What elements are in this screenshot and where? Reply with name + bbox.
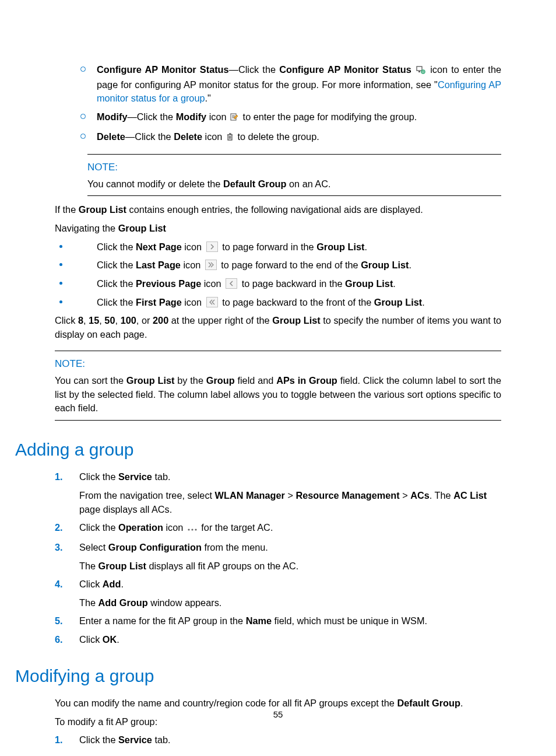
bold-text: Configure AP Monitor Status <box>97 64 229 75</box>
step-line: Click Add. <box>79 578 501 592</box>
list-item: Configure AP Monitor Status—Click the Co… <box>55 63 501 106</box>
text: field and <box>235 375 277 386</box>
bold-text: Next Page <box>136 242 182 252</box>
bold-text: Service <box>118 471 152 482</box>
list-item: 1.Click the Service tab. <box>55 733 501 747</box>
circular-list: Configure AP Monitor Status—Click the Co… <box>55 63 501 145</box>
step-line: The Add Group window appears. <box>79 596 501 610</box>
list-item: Click the Next Page icon to page forward… <box>55 240 501 254</box>
list-marker: 4. <box>55 578 63 592</box>
note-text: You cannot modify or delete the Default … <box>87 177 501 191</box>
list-marker: 1. <box>55 733 63 747</box>
text: contains enough entries, the following n… <box>126 204 423 215</box>
page-number: 55 <box>0 708 556 721</box>
dotted-list: Click the Next Page icon to page forward… <box>55 240 501 310</box>
list-item: 4.Click Add.The Add Group window appears… <box>55 578 501 610</box>
operation-icon <box>187 522 198 536</box>
note-label: NOTE: <box>87 160 501 175</box>
bold-text: APs in Group <box>276 375 337 386</box>
bold-text: Group Configuration <box>108 542 202 552</box>
bold-text: Add <box>103 579 121 589</box>
paragraph: If the Group List contains enough entrie… <box>55 203 501 217</box>
list-item: 6.Click OK. <box>55 633 501 647</box>
step-line: Click the Operation icon for the target … <box>79 521 501 536</box>
bold-text: Group List <box>272 315 320 326</box>
heading-modifying-group: Modifying a group <box>15 663 501 689</box>
bold-text: 100 <box>121 315 136 326</box>
text: If the <box>55 204 79 215</box>
bold-text: AC List <box>453 490 487 501</box>
bold-text: Group List <box>98 561 146 571</box>
svg-point-6 <box>195 529 196 531</box>
bold-text: 15 <box>89 315 99 326</box>
bold-text: ACs <box>410 490 430 501</box>
list-item: 5.Enter a name for the fit AP group in t… <box>55 614 501 628</box>
bold-text: Group List <box>126 375 175 386</box>
bold-text: Group List <box>374 297 422 307</box>
list-item: Click the First Page icon to page backwa… <box>55 296 501 310</box>
bold-text: Group List <box>79 204 126 215</box>
last-page-icon <box>205 260 217 270</box>
svg-point-5 <box>191 529 193 531</box>
bold-text: Group List <box>345 278 393 289</box>
bold-text: Last Page <box>136 260 181 270</box>
step-line: From the navigation tree, select WLAN Ma… <box>79 489 501 516</box>
svg-rect-1 <box>418 71 420 72</box>
paragraph: Navigating the Group List <box>55 222 501 236</box>
bold-text: OK <box>103 634 117 645</box>
svg-rect-0 <box>417 66 422 71</box>
bold-text: WLAN Manager <box>215 490 285 501</box>
list-item: Modify—Click the Modify icon to enter th… <box>55 110 501 125</box>
step-line: The Group List displays all fit AP group… <box>79 559 501 573</box>
bold-text: Service <box>118 734 152 745</box>
monitor-icon <box>416 64 425 78</box>
note-text: You can sort the Group List by the Group… <box>55 374 501 415</box>
step-line: Click OK. <box>79 633 501 647</box>
list-item: Click the Previous Page icon to page bac… <box>55 277 501 291</box>
list-item: Delete—Click the Delete icon to delete t… <box>55 130 501 145</box>
text: Navigating the <box>55 223 118 233</box>
bold-text: Group List <box>316 242 364 252</box>
edit-icon <box>230 111 239 125</box>
text: You can modify the name and country/regi… <box>55 698 397 708</box>
trash-icon <box>226 131 234 145</box>
step-line: Enter a name for the fit AP group in the… <box>79 614 501 628</box>
prev-page-icon <box>226 278 237 289</box>
text: , <box>115 315 120 326</box>
heading-adding-group: Adding a group <box>15 437 501 463</box>
bold-text: Group <box>206 375 235 386</box>
bold-text: Add Group <box>98 597 148 608</box>
bold-text: Configure AP Monitor Status <box>279 64 411 75</box>
bold-text: Default Group <box>223 178 287 189</box>
bold-text: Name <box>246 615 272 626</box>
bold-text: 8 <box>78 315 83 326</box>
numbered-list: 1.Click the Service tab.From the navigat… <box>55 470 501 646</box>
bold-text: Delete <box>174 131 202 142</box>
next-page-icon <box>206 242 218 252</box>
note-box: NOTE: You cannot modify or delete the De… <box>87 154 501 196</box>
link[interactable]: Configuring AP monitor status for a grou… <box>97 79 501 104</box>
svg-point-4 <box>188 529 189 531</box>
list-marker: 5. <box>55 614 63 628</box>
bold-text: 50 <box>104 315 115 326</box>
text: You can sort the <box>55 375 126 386</box>
bold-text: Modify <box>176 111 206 122</box>
bold-text: Group List <box>361 260 409 270</box>
note-label: NOTE: <box>55 357 501 372</box>
bold-text: First Page <box>136 297 182 307</box>
bold-text: Modify <box>97 111 127 122</box>
step-line: Select Group Configuration from the menu… <box>79 541 501 555</box>
bold-text: Default Group <box>397 698 460 708</box>
step-line: Click the Service tab. <box>79 733 501 747</box>
list-item: Click the Last Page icon to page forward… <box>55 258 501 272</box>
bold-text: 200 <box>153 315 168 326</box>
paragraph: Click 8, 15, 50, 100, or 200 at the uppe… <box>55 314 501 341</box>
text: at the upper right of the <box>168 315 272 326</box>
text: on an AC. <box>286 178 330 189</box>
list-item: 2.Click the Operation icon for the targe… <box>55 521 501 536</box>
numbered-list: 1.Click the Service tab. <box>55 733 501 747</box>
text: , <box>83 315 89 326</box>
bold-text: Group List <box>118 223 166 233</box>
bold-text: Resource Management <box>295 490 399 501</box>
bold-text: Operation <box>118 522 163 533</box>
